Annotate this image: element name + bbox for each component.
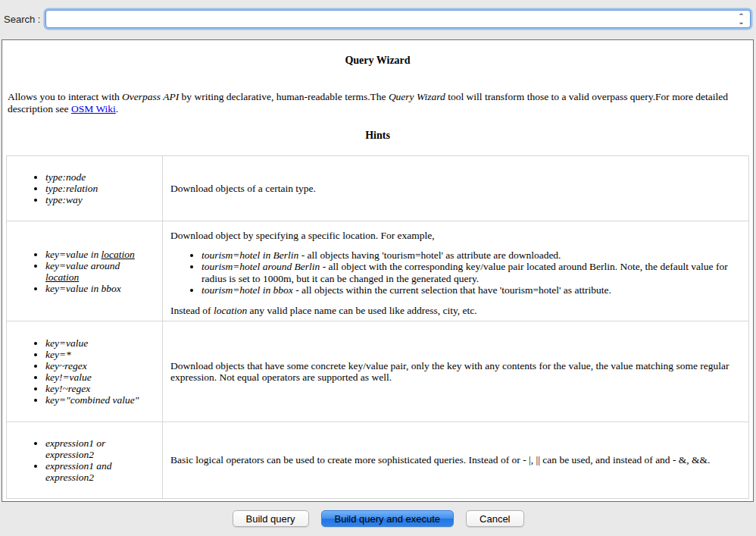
hint-term: key=value in location bbox=[45, 249, 153, 260]
desc-part: by writing declarative, human-readable t… bbox=[179, 91, 389, 102]
term-text: key="combined value" bbox=[45, 394, 139, 406]
dialog-buttons: Build query Build query and execute Canc… bbox=[0, 510, 756, 527]
hint-row-location: key=value in location key=value around l… bbox=[7, 221, 749, 321]
term-text: key!=value bbox=[45, 371, 92, 383]
page-title: Query Wizard bbox=[6, 40, 749, 66]
hints-title: Hints bbox=[6, 130, 749, 141]
hint-term: expression1 and expression2 bbox=[45, 460, 153, 483]
hint-terms-cell: key=value key=* key~regex key!=value key… bbox=[7, 321, 163, 422]
hint-term: key="combined value" bbox=[45, 394, 153, 406]
example-term: tourism=hotel around Berlin bbox=[201, 261, 320, 272]
footer-text: any valid place name can be used like ad… bbox=[247, 305, 477, 316]
hint-term: key!~regex bbox=[45, 383, 153, 394]
hint-term: key=value in bbox bbox=[45, 283, 153, 294]
hint-term: type:way bbox=[45, 194, 153, 205]
search-bar: Search : ⌃ ⌄ bbox=[0, 0, 756, 38]
search-combobox-stepper[interactable]: ⌃ ⌄ bbox=[733, 11, 749, 27]
hint-description: Download objects of a certain type. bbox=[170, 183, 316, 194]
desc-term-query-wizard: Query Wizard bbox=[389, 91, 445, 102]
hint-row-logical: expression1 or expression2 expression1 a… bbox=[7, 422, 749, 499]
hint-row-keyvalue: key=value key=* key~regex key!=value key… bbox=[7, 321, 749, 422]
hint-example-footer: Instead of location any valid place name… bbox=[170, 305, 739, 317]
hints-table: type:node type:relation type:way Downloa… bbox=[6, 155, 749, 499]
description-text: Allows you to interact with Overpass API… bbox=[8, 91, 748, 114]
term-underlined: location bbox=[102, 249, 135, 260]
example-desc: - all objects within the current selecti… bbox=[293, 284, 611, 296]
term-text: key=value in bbox=[45, 249, 102, 260]
search-label: Search : bbox=[4, 14, 40, 25]
hint-term: type:node bbox=[45, 171, 153, 183]
term-text: key~regex bbox=[45, 360, 87, 371]
term-text: key!~regex bbox=[45, 383, 90, 394]
cancel-button[interactable]: Cancel bbox=[466, 510, 523, 527]
hint-description-cell: Download object by specifying a specific… bbox=[163, 221, 749, 321]
desc-part: . bbox=[116, 103, 118, 114]
hint-example: tourism=hotel in bbox - all objects with… bbox=[201, 284, 739, 296]
hint-description-cell: Download objects that have some concrete… bbox=[163, 321, 749, 422]
example-term: tourism=hotel in Berlin bbox=[201, 249, 298, 261]
term-text: type:way bbox=[45, 194, 83, 205]
search-input[interactable] bbox=[46, 11, 733, 27]
hint-example: tourism=hotel around Berlin - all object… bbox=[201, 261, 739, 284]
hint-example: tourism=hotel in Berlin - all objects ha… bbox=[201, 249, 739, 262]
hint-row-types: type:node type:relation type:way Downloa… bbox=[7, 156, 749, 221]
desc-term-overpass-api: Overpass API bbox=[122, 91, 179, 102]
footer-text: Instead of bbox=[170, 305, 214, 316]
term-text: expression1 and expression2 bbox=[45, 460, 112, 483]
hint-term: key=* bbox=[45, 349, 153, 360]
hint-description: Basic logical operators can be used to c… bbox=[170, 454, 711, 465]
footer-term: location bbox=[214, 305, 247, 316]
term-text: type:node bbox=[45, 171, 86, 183]
example-desc: - all objects having 'tourism=hotel' as … bbox=[298, 249, 561, 261]
hint-term: key~regex bbox=[45, 360, 153, 371]
hint-term: key=value bbox=[45, 337, 153, 349]
hint-terms-cell: type:node type:relation type:way bbox=[7, 156, 163, 221]
stepper-down-icon: ⌄ bbox=[738, 19, 744, 24]
hint-description-cell: Download objects of a certain type. bbox=[163, 156, 749, 221]
osm-wiki-link[interactable]: OSM Wiki bbox=[71, 103, 116, 114]
term-text: key=value around bbox=[45, 260, 120, 271]
hint-terms-cell: key=value in location key=value around l… bbox=[7, 221, 163, 321]
build-query-button[interactable]: Build query bbox=[233, 510, 309, 527]
term-text: key=value in bbox bbox=[45, 283, 121, 294]
query-wizard-panel: Query Wizard Allows you to interact with… bbox=[2, 39, 754, 502]
term-text: expression1 or expression2 bbox=[45, 437, 105, 460]
hint-description-cell: Basic logical operators can be used to c… bbox=[163, 422, 749, 499]
term-text: key=* bbox=[45, 349, 71, 360]
hint-example-intro: Download object by specifying a specific… bbox=[170, 230, 739, 242]
build-query-and-execute-button[interactable]: Build query and execute bbox=[321, 510, 454, 527]
term-underlined: location bbox=[45, 271, 79, 283]
term-text: key=value bbox=[45, 337, 88, 349]
search-combobox: ⌃ ⌄ bbox=[45, 10, 751, 28]
hint-terms-cell: expression1 or expression2 expression1 a… bbox=[7, 422, 163, 499]
hint-term: key=value around location bbox=[45, 260, 153, 283]
desc-part: Allows you to interact with bbox=[8, 91, 122, 102]
hint-description: Download objects that have some concrete… bbox=[170, 360, 729, 384]
hint-example-list: tourism=hotel in Berlin - all objects ha… bbox=[170, 249, 739, 296]
example-term: tourism=hotel in bbox bbox=[201, 284, 293, 296]
term-text: type:relation bbox=[45, 183, 98, 194]
hint-term: type:relation bbox=[45, 183, 153, 194]
hint-term: key!=value bbox=[45, 371, 153, 383]
hint-term: expression1 or expression2 bbox=[45, 437, 153, 460]
